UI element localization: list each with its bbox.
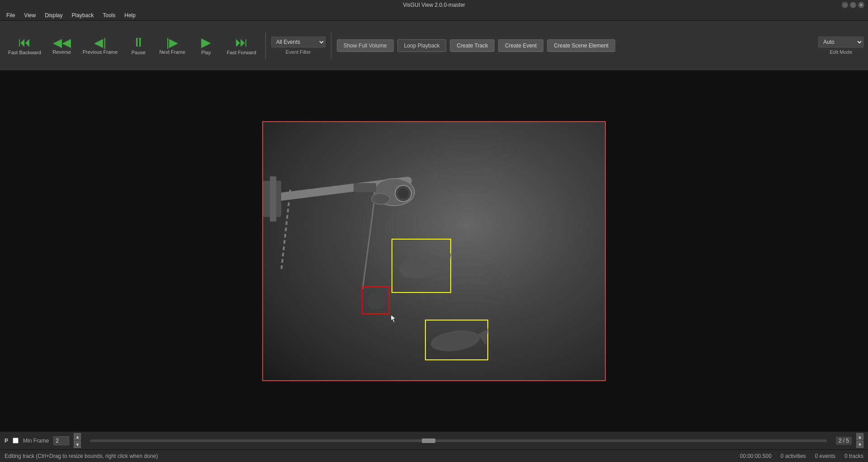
next-frame-button[interactable]: |▶ Next Frame [156,35,189,57]
min-frame-label: Min Frame [23,438,49,444]
frame-counter-up[interactable]: ▲ [856,433,863,440]
menu-tools[interactable]: Tools [98,11,120,19]
status-editing-text: Editing track (Ctrl+Drag to resize bound… [5,453,158,459]
status-right: 00:00:00.500 0 activities 0 events 0 tra… [740,453,864,459]
menu-bar: File View Display Playback Tools Help [0,10,868,21]
status-activities: 0 activities [781,453,806,459]
fast-forward-label: Fast Forward [227,50,256,55]
create-scene-element-button[interactable]: Create Scene Element [547,39,615,52]
play-label: Play [201,50,211,55]
svg-point-12 [367,293,387,309]
playback-controls: ⏮ Fast Backward ◀◀ Reverse ◀| Previous F… [5,34,260,57]
loop-playback-button[interactable]: Loop Playback [397,39,447,52]
svg-line-5 [281,190,290,271]
timeline-area: P Min Frame ▲ ▼ 2 / 5 ▲ ▼ [0,431,868,449]
window-title: VisGUI View 2.0.0-master [403,2,465,8]
object-2-svg [363,287,391,315]
event-filter-label: Event Filter [271,49,326,55]
play-icon: ▶ [201,36,211,49]
svg-marker-11 [442,253,451,269]
main-area [0,71,868,431]
pause-button[interactable]: ⏸ Pause [125,34,152,57]
fast-forward-button[interactable]: ⏭ Fast Forward [223,34,260,57]
frame-counter-down[interactable]: ▼ [856,441,863,448]
menu-file[interactable]: File [2,11,19,19]
svg-rect-9 [354,183,376,192]
minimize-button[interactable]: － [842,2,848,8]
toolbar: ⏮ Fast Backward ◀◀ Reverse ◀| Previous F… [0,21,868,71]
play-button[interactable]: ▶ Play [193,34,220,57]
menu-view[interactable]: View [19,11,40,19]
next-frame-icon: |▶ [166,37,179,48]
frame-counter: 2 / 5 [836,437,852,445]
fish-1-svg [392,240,452,294]
reverse-label: Reverse [52,49,71,55]
pause-label: Pause [132,50,146,55]
video-canvas[interactable] [262,121,606,381]
svg-point-3 [398,188,409,199]
create-track-button[interactable]: Create Track [450,39,495,52]
edit-mode-group: Auto Manual Edit Mode [818,37,863,55]
svg-line-4 [363,203,374,289]
previous-frame-icon: ◀| [94,37,106,48]
edit-mode-select[interactable]: Auto Manual [818,37,863,47]
checkbox-container [13,438,19,443]
fish-3-svg [426,321,489,361]
timeline-thumb[interactable] [422,438,435,443]
video-area [0,71,868,431]
edit-mode-label: Edit Mode [818,49,863,55]
menu-playback[interactable]: Playback [67,11,99,19]
status-bar: Editing track (Ctrl+Drag to resize bound… [0,449,868,462]
timeline-slider[interactable] [90,439,826,442]
pause-icon: ⏸ [132,36,145,49]
svg-rect-7 [270,176,276,222]
fast-backward-button[interactable]: ⏮ Fast Backward [5,34,45,57]
min-frame-input[interactable] [53,436,69,445]
event-filter-group: All Events No Events Event Filter [271,37,326,55]
frame-stepper-down[interactable]: ▼ [74,441,81,448]
fast-backward-label: Fast Backward [8,50,41,55]
next-frame-label: Next Frame [159,49,185,55]
status-events: 0 events [815,453,835,459]
track-checkbox[interactable] [13,438,19,443]
bounding-box-2 [362,286,390,314]
toolbar-separator-1 [265,32,266,59]
reverse-button[interactable]: ◀◀ Reverse [48,35,75,57]
fast-backward-icon: ⏮ [18,36,31,49]
bounding-box-1 [392,239,451,293]
show-full-volume-button[interactable]: Show Full Volume [337,39,394,52]
previous-frame-button[interactable]: ◀| Previous Frame [79,35,122,57]
frame-stepper-up[interactable]: ▲ [74,433,81,440]
menu-display[interactable]: Display [40,11,67,19]
status-tracks: 0 tracks [844,453,863,459]
toolbar-separator-2 [331,32,331,59]
window-controls[interactable]: － □ ✕ [842,2,864,8]
fast-forward-icon: ⏭ [235,36,248,49]
status-timestamp: 00:00:00.500 [740,453,772,459]
close-button[interactable]: ✕ [858,2,864,8]
svg-point-8 [372,193,390,204]
track-label: P [5,438,8,444]
title-bar: VisGUI View 2.0.0-master － □ ✕ [0,0,868,10]
svg-point-13 [429,327,481,354]
menu-help[interactable]: Help [120,11,140,19]
reverse-icon: ◀◀ [53,37,71,48]
svg-point-10 [397,251,446,282]
event-filter-select[interactable]: All Events No Events [271,37,326,47]
maximize-button[interactable]: □ [850,2,856,8]
bounding-box-3 [425,320,488,360]
create-event-button[interactable]: Create Event [498,39,543,52]
previous-frame-label: Previous Frame [83,49,118,55]
